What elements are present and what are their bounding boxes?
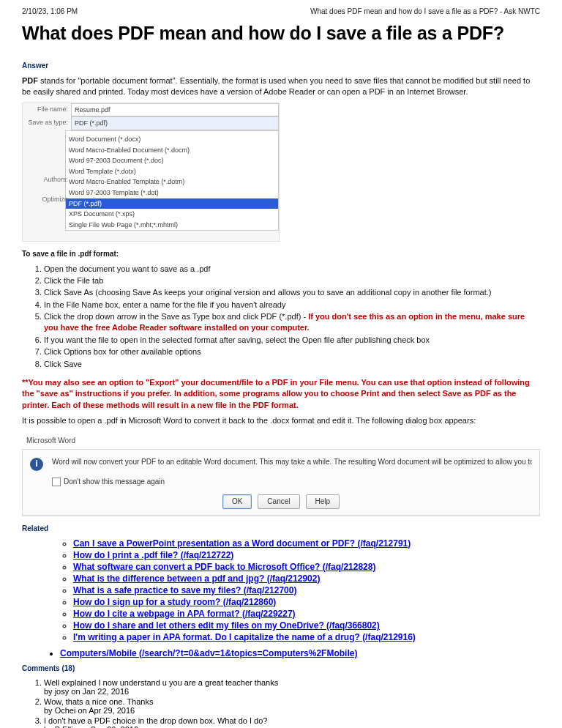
related-link[interactable]: How do I share and let others edit my fi… — [73, 620, 380, 631]
ok-button: OK — [222, 494, 252, 509]
authors-label: Authors: — [23, 174, 71, 186]
related-link[interactable]: How do I sign up for a study room? (/faq… — [73, 597, 276, 607]
steps-list: Open the document you want to save as a … — [22, 264, 540, 371]
answer-body: PDF stands for "portable document format… — [22, 75, 540, 516]
related-link[interactable]: How do I cite a webpage in APA format? (… — [73, 609, 296, 619]
related-link[interactable]: How do I print a .pdf file? (/faq/212722… — [73, 550, 233, 560]
savetype-label: Save as type: — [23, 116, 71, 130]
savetype-option: Word Template (*.dotx) — [66, 166, 278, 177]
step-item: Open the document you want to save as a … — [44, 264, 540, 275]
intro-rest: stands for "portable document format". E… — [22, 76, 530, 96]
cancel-button: Cancel — [258, 494, 299, 509]
comment-byline: by josy on Jan 22, 2016 — [44, 687, 129, 696]
comment-text: Wow, thats a nice one. Thanks — [44, 697, 153, 706]
info-icon: i — [30, 458, 43, 471]
word-dialog-message: Word will now convert your PDF to an edi… — [52, 457, 532, 467]
print-timestamp: 2/10/23, 1:06 PM — [22, 7, 78, 15]
saveas-screenshot: File name: Resume.pdf Save as type: PDF … — [22, 103, 280, 242]
comments-label: Comments (18) — [22, 664, 540, 672]
help-button: Help — [306, 494, 340, 509]
optimize-label: Optimize — [23, 193, 71, 206]
comment-item: Well explained I now understand u you ar… — [44, 678, 540, 696]
word-dialog-screenshot: Microsoft Word i Word will now convert y… — [22, 433, 540, 516]
savetype-option: Word Macro-Enabled Template (*.dotm) — [66, 177, 278, 187]
topic-list: Computers/Mobile (/search/?t=0&adv=1&top… — [22, 648, 540, 658]
word-dialog-title: Microsoft Word — [22, 433, 540, 449]
topic-link[interactable]: Computers/Mobile (/search/?t=0&adv=1&top… — [60, 648, 357, 658]
checkbox-icon — [52, 478, 61, 486]
intro-paragraph: PDF stands for "portable document format… — [22, 75, 540, 98]
answer-label: Answer — [22, 62, 540, 70]
related-link[interactable]: What is a safe practice to save my files… — [73, 585, 296, 595]
step-item: Click Save As (choosing Save As keeps yo… — [44, 287, 540, 298]
related-label: Related — [22, 524, 540, 532]
step-item: Click Options box for other available op… — [44, 346, 540, 357]
savetype-option: Word Document (*.docx) — [66, 134, 278, 145]
intro-bold: PDF — [22, 76, 38, 85]
comment-byline: by B Ellis on Sep 06, 2016 — [44, 725, 138, 728]
dont-show-again-label: Don't show this message again — [64, 477, 165, 487]
print-doc-title: What does PDF mean and how do I save a f… — [310, 7, 540, 15]
step-item: If you want the file to open in the sele… — [44, 335, 540, 346]
to-save-heading: To save a file in .pdf format: — [22, 249, 540, 259]
filename-label: File name: — [23, 103, 71, 117]
page-title: What does PDF mean and how do I save a f… — [22, 23, 540, 44]
convert-line: It is possible to open a .pdf in Microso… — [22, 415, 540, 426]
related-link[interactable]: What is the difference between a pdf and… — [73, 573, 320, 584]
export-note: **You may also see an option to "Export"… — [22, 377, 540, 411]
related-link[interactable]: Can I save a PowerPoint presentation as … — [73, 538, 411, 549]
related-link[interactable]: I'm writing a paper in APA format. Do I … — [73, 632, 416, 642]
savetype-option: Word 97-2003 Template (*.dot) — [66, 187, 278, 198]
step-item: Click Save — [44, 359, 540, 370]
savetype-value: PDF (*.pdf) — [71, 116, 279, 130]
print-header: 2/10/23, 1:06 PM What does PDF mean and … — [22, 7, 540, 15]
savetype-option: Word 97-2003 Document (*.doc) — [66, 155, 278, 166]
comments-list: Well explained I now understand u you ar… — [22, 678, 540, 728]
dont-show-again-row: Don't show this message again — [52, 477, 532, 487]
comment-item: Wow, thats a nice one. Thanks by Ochei o… — [44, 697, 540, 715]
comment-text: I don't have a PDF choice in the drop do… — [44, 716, 267, 725]
comment-text: Well explained I now understand u you ar… — [44, 678, 278, 687]
step-item: Click the drop down arrow in the Save as… — [44, 311, 540, 334]
savetype-option: Word Macro-Enabled Document (*.docm) — [66, 145, 278, 156]
related-link[interactable]: What software can convert a PDF back to … — [73, 562, 375, 572]
step-item: Click the File tab — [44, 275, 540, 286]
comment-item: I don't have a PDF choice in the drop do… — [44, 716, 540, 728]
filename-value: Resume.pdf — [71, 103, 279, 117]
step-item: In the File Name box, enter a name for t… — [44, 300, 540, 311]
related-list: Can I save a PowerPoint presentation as … — [22, 538, 540, 642]
comment-byline: by Ochei on Apr 29, 2016 — [44, 706, 135, 715]
